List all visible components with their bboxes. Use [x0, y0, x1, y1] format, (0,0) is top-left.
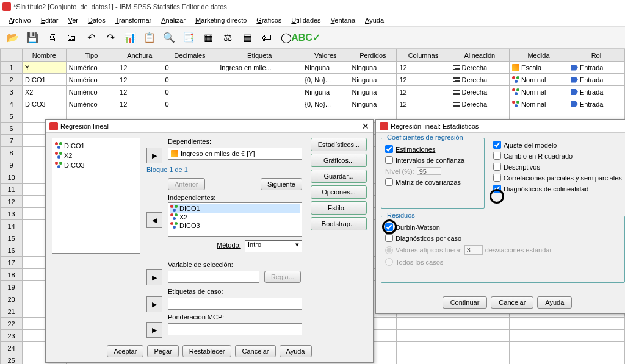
cell-etiqueta[interactable]	[217, 98, 302, 110]
menu-editar[interactable]: Editar	[37, 15, 62, 25]
confidence-intervals-checkbox[interactable]: Intervalos de confianza	[385, 156, 480, 164]
cell-anchura[interactable]: 12	[117, 86, 162, 98]
col-header[interactable]: Anchura	[117, 49, 162, 62]
cell-tipo[interactable]: Numérico	[66, 74, 117, 86]
previous-button[interactable]: Anterior	[168, 178, 205, 190]
menu-archivo[interactable]: Archivo	[5, 15, 35, 25]
col-header[interactable]: Etiqueta	[217, 49, 302, 62]
row-number[interactable]: 3	[1, 86, 23, 98]
cell-perdidos[interactable]: Ninguna	[349, 86, 397, 98]
cell-columnas[interactable]: 12	[397, 98, 450, 110]
row-number[interactable]: 10	[1, 171, 23, 184]
side-button-3[interactable]: Opciones...	[311, 185, 367, 199]
row-number[interactable]: 18	[1, 269, 23, 281]
menu-marketing directo[interactable]: Marketing directo	[192, 15, 250, 25]
covariance-matrix-checkbox[interactable]: Matriz de covarianzas	[385, 178, 480, 186]
side-button-5[interactable]: Bootstrap...	[311, 217, 367, 230]
var-item[interactable]: X2	[55, 151, 137, 160]
next-button[interactable]: Siguiente	[261, 178, 302, 190]
descriptives-checkbox[interactable]: Descriptivos	[493, 163, 622, 171]
cell-rol[interactable]: Entrada	[568, 74, 624, 86]
cell-medida[interactable]: Nominal	[510, 86, 568, 98]
side-button-0[interactable]: Estadísticos...	[311, 138, 367, 151]
vars-icon[interactable]: 📋	[142, 30, 157, 46]
row-number[interactable]: 5	[1, 110, 23, 123]
row-number[interactable]: 23	[1, 330, 23, 342]
row-number[interactable]: 4	[1, 98, 23, 110]
dialog-button[interactable]: Ayuda	[280, 345, 312, 357]
variables-list[interactable]: DICO1X2DICO3	[52, 138, 140, 254]
row-number[interactable]: 13	[1, 208, 23, 220]
move-independent-button[interactable]: ◀	[146, 212, 162, 228]
cell-valores[interactable]: Ninguna	[302, 62, 349, 74]
cell-alineacion[interactable]: Derecha	[450, 86, 510, 98]
menu-datos[interactable]: Datos	[84, 15, 109, 25]
dialog-button[interactable]: Ayuda	[537, 296, 572, 309]
row-number[interactable]: 24	[1, 342, 23, 354]
cell-alineacion[interactable]: Derecha	[450, 98, 510, 110]
row-number[interactable]: 22	[1, 318, 23, 330]
cell-valores[interactable]: {0, No}...	[302, 98, 349, 110]
cell-etiqueta[interactable]: Ingreso en mile...	[217, 62, 302, 74]
cell-alineacion[interactable]: Derecha	[450, 62, 510, 74]
side-button-2[interactable]: Guardar...	[311, 170, 367, 183]
col-header[interactable]: Perdidos	[349, 49, 397, 62]
open-icon[interactable]: 📂	[5, 30, 21, 46]
row-number[interactable]: 16	[1, 244, 23, 257]
dialog-button[interactable]: Pegar	[147, 345, 178, 357]
var-item[interactable]: DICO1	[55, 141, 137, 151]
col-header[interactable]: Columnas	[397, 49, 450, 62]
row-number[interactable]: 8	[1, 147, 23, 159]
move-case-label-button[interactable]: ▶	[146, 296, 162, 312]
cell-alineacion[interactable]: Derecha	[450, 74, 510, 86]
cell-columnas[interactable]: 12	[397, 62, 450, 74]
cell-etiqueta[interactable]	[217, 86, 302, 98]
side-button-1[interactable]: Gráficos...	[311, 154, 367, 167]
cell-decimales[interactable]: 0	[162, 98, 217, 110]
cell-columnas[interactable]: 12	[397, 86, 450, 98]
cell-anchura[interactable]: 12	[117, 74, 162, 86]
cell-nombre[interactable]: DICO3	[23, 98, 67, 110]
menu-utilidades[interactable]: Utilidades	[287, 15, 324, 25]
dialog-button[interactable]: Cancelar	[235, 345, 275, 357]
indep-item[interactable]: DICO1	[170, 204, 300, 213]
cell-perdidos[interactable]: Ninguna	[349, 74, 397, 86]
cell-rol[interactable]: Entrada	[568, 62, 624, 74]
mcp-field[interactable]	[168, 323, 302, 335]
menu-ventana[interactable]: Ventana	[327, 15, 359, 25]
row-number[interactable]: 21	[1, 305, 23, 318]
var-item[interactable]: DICO3	[55, 160, 137, 170]
col-header[interactable]: Rol	[568, 49, 624, 62]
cell-rol[interactable]: Entrada	[568, 86, 624, 98]
row-number[interactable]: 6	[1, 123, 23, 135]
move-dependent-button[interactable]: ▶	[146, 148, 162, 163]
weight-icon[interactable]: ⚖	[220, 30, 236, 46]
menu-ayuda[interactable]: Ayuda	[361, 15, 388, 25]
cell-nombre[interactable]: DICO1	[23, 74, 67, 86]
cell-medida[interactable]: Nominal	[510, 74, 568, 86]
partial-correlations-checkbox[interactable]: Correlaciones parciales y semiparciales	[493, 174, 622, 182]
row-number[interactable]: 15	[1, 232, 23, 244]
dialog-button[interactable]: Aceptar	[107, 345, 143, 357]
cell-columnas[interactable]: 12	[397, 74, 450, 86]
durbin-watson-checkbox[interactable]: Durbin-Watson	[385, 223, 621, 231]
recall-icon[interactable]: 🗂	[63, 30, 79, 46]
split-icon[interactable]: ▦	[200, 30, 216, 46]
casewise-diagnostics-checkbox[interactable]: Diagnósticos por caso	[385, 234, 621, 242]
redo-icon[interactable]: ↷	[103, 30, 118, 46]
row-number[interactable]: 17	[1, 257, 23, 269]
independent-list[interactable]: DICO1X2DICO3	[168, 202, 302, 237]
spell-icon[interactable]: ABC✓	[298, 30, 314, 46]
cell-decimales[interactable]: 0	[162, 86, 217, 98]
row-number[interactable]: 11	[1, 184, 23, 196]
cell-perdidos[interactable]: Ninguna	[349, 62, 397, 74]
row-number[interactable]: 1	[1, 62, 23, 74]
cell-tipo[interactable]: Numérico	[66, 62, 117, 74]
save-icon[interactable]: 💾	[24, 30, 40, 46]
row-number[interactable]: 9	[1, 159, 23, 171]
insert-icon[interactable]: 📑	[181, 30, 197, 46]
cell-anchura[interactable]: 12	[117, 62, 162, 74]
cell-decimales[interactable]: 0	[162, 74, 217, 86]
estimates-checkbox[interactable]: Estimaciones	[385, 145, 480, 153]
case-label-field[interactable]	[168, 298, 302, 310]
